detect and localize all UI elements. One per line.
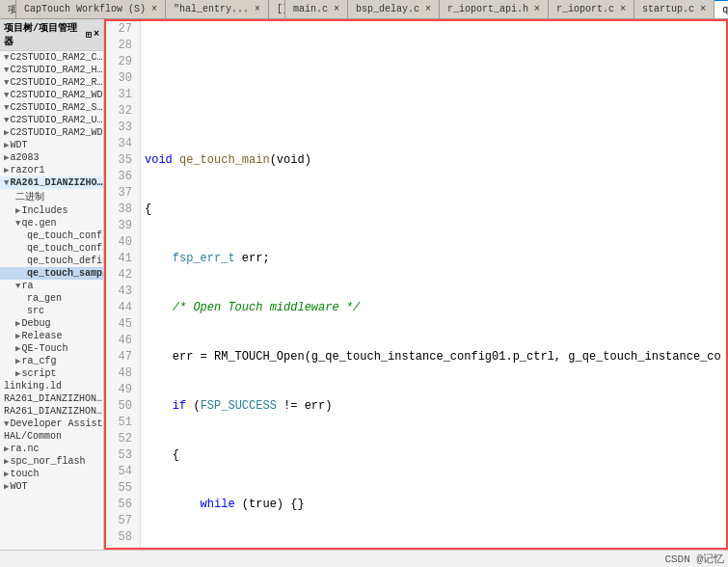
tree-item-qe-config-h[interactable]: qe_touch_config.h	[0, 242, 103, 255]
code-content[interactable]: void qe_touch_main(void) { fsp_err_t err…	[141, 21, 726, 548]
tree-label: qe_touch_define.h	[27, 256, 103, 266]
tree-arrow: ▶	[4, 127, 9, 138]
tab-hal-entry[interactable]: "hal_entry... ×	[166, 0, 269, 18]
tree-label: 二进制	[15, 190, 44, 203]
tab-qe-touch-sample[interactable]: qe_touch_sample.c ×	[715, 0, 728, 18]
tree-item-ra261[interactable]: ▼ RA261_DIANZIZHONG [Debug]	[0, 176, 103, 189]
tree-item-razor1[interactable]: ▶ razor1	[0, 164, 103, 176]
tree-arrow: ▼	[15, 282, 20, 291]
tree-label: RA261_DIANZIZHONG [Debug]	[10, 177, 103, 188]
tree-item-c2studio-rc[interactable]: ▼ C2STUDIO_RAM2_RC_OLED	[0, 76, 103, 89]
main-area: 项目树/项目管理器 ⊞ × ▼ C2STUDIO_RAM2_CapTouch ▼…	[0, 19, 728, 550]
tree-label: Debug	[21, 318, 50, 329]
sidebar: 项目树/项目管理器 ⊞ × ▼ C2STUDIO_RAM2_CapTouch ▼…	[0, 19, 104, 550]
tab-project[interactable]: 项目树/项目管理器	[0, 0, 16, 18]
tree-label: ra.nc	[10, 444, 39, 454]
tree-label: a2083	[10, 152, 39, 163]
tree-item-binary[interactable]: 二进制	[0, 189, 103, 204]
tree-item-hal-common[interactable]: HAL/Common	[0, 430, 103, 443]
collapse-icon[interactable]: ⊞	[86, 29, 92, 40]
tree-item-ra261-debug1[interactable]: RA261_DIANZIZHONG Debug...	[0, 392, 103, 405]
tree-item-touch[interactable]: ▶ touch	[0, 468, 103, 480]
tree-arrow: ▼	[4, 91, 9, 100]
tree-item-spc-nor-flash[interactable]: ▶ spc_nor_flash	[0, 455, 103, 468]
tree-label: qe.gen	[21, 218, 56, 229]
tree-item-developer[interactable]: ▼ Developer Assistance	[0, 418, 103, 430]
tree-label: touch	[10, 469, 39, 479]
tree-item-c2studio-spi[interactable]: ▼ C2STUDIO_RAM2_SPI_NORPLAS	[0, 101, 103, 114]
tree-arrow: ▼	[4, 419, 9, 429]
code-line-28	[145, 103, 722, 120]
tree-arrow: ▶	[15, 368, 20, 379]
tree-item-wot[interactable]: ▶ WOT	[0, 480, 103, 493]
tab-bar: 项目树/项目管理器 CapTouch Workflow (S) × "hal_e…	[0, 0, 728, 19]
tab-startup[interactable]: startup.c ×	[634, 0, 715, 18]
tree-arrow: ▼	[4, 178, 9, 188]
tree-label: linking.ld	[4, 381, 62, 392]
tree-item-src[interactable]: src	[0, 305, 103, 317]
code-container[interactable]: 27 28 29 30 31 32 33 34 35 36 37 38 39 4…	[106, 21, 726, 548]
tree-item-release[interactable]: ▶ Release	[0, 330, 103, 342]
code-line-34: if (FSP_SUCCESS != err)	[145, 398, 722, 415]
tree-label: spc_nor_flash	[10, 456, 85, 467]
tree-item-ra-gen[interactable]: ra_gen	[0, 292, 103, 305]
sidebar-title: 项目树/项目管理器	[4, 21, 81, 48]
tree-item-linking[interactable]: linking.ld	[0, 380, 103, 392]
code-line-33: err = RM_TOUCH_Open(g_qe_touch_instance_…	[145, 349, 722, 365]
tree-item-qe-config-c[interactable]: qe_touch_config.c	[0, 230, 103, 242]
tab-bsp-delay[interactable]: bsp_delay.c ×	[348, 0, 440, 18]
tab-main-c[interactable]: main.c ×	[285, 0, 348, 18]
tree-item-ra-nc[interactable]: ▶ ra.nc	[0, 443, 103, 455]
tree-item-ra-cfg[interactable]: ▶ ra_cfg	[0, 355, 103, 367]
tree-item-a2083[interactable]: ▶ a2083	[0, 151, 103, 164]
tree-item-c2studio-captouch[interactable]: ▼ C2STUDIO_RAM2_CapTouch	[0, 51, 103, 64]
line-numbers: 27 28 29 30 31 32 33 34 35 36 37 38 39 4…	[106, 21, 141, 548]
tree-label: qe_touch_sample.c	[27, 268, 103, 279]
tree-item-script[interactable]: ▶ script	[0, 367, 103, 380]
tree-label: ra_gen	[27, 293, 62, 304]
tree-label: Includes	[21, 205, 67, 216]
tree-label: WOT	[10, 481, 27, 492]
tab-fsp-config[interactable]: [] RA261... FSP Config ×	[269, 0, 285, 18]
code-line-37: }	[145, 546, 722, 548]
tab-ioport-api[interactable]: r_ioport_api.h ×	[440, 0, 549, 18]
tree-arrow: ▶	[4, 152, 9, 163]
close-sidebar-icon[interactable]: ×	[94, 29, 99, 40]
bottom-bar: CSDN @记忆	[0, 550, 728, 567]
tree-item-c2studio-wdt2[interactable]: ▶ C2STUDIO_RAM2_WDT	[0, 126, 103, 139]
tree-item-debug[interactable]: ▶ Debug	[0, 317, 103, 330]
tree-item-qegen[interactable]: ▼ qe.gen	[0, 217, 103, 230]
tree-arrow: ▼	[4, 53, 9, 63]
tree-item-qe-sample-c[interactable]: qe_touch_sample.c	[0, 267, 103, 280]
tree-label: RA261_DIANZIZHONG Debug...	[4, 393, 103, 404]
tree-arrow: ▶	[4, 165, 9, 176]
tab-ioport[interactable]: r_ioport.c ×	[549, 0, 634, 18]
tree-label: C2STUDIO_RAM2_WDT	[10, 90, 103, 100]
tree-arrow: ▶	[4, 444, 9, 454]
tree-item-qe-touch[interactable]: ▶ QE-Touch	[0, 342, 103, 355]
tree-item-c2studio-hc[interactable]: ▼ C2STUDIO_RAM2_HC_HL2935	[0, 64, 103, 76]
tree-label: RA261_DIANZIZHONG Debug...	[4, 406, 103, 417]
tree-item-wdt[interactable]: ▶ WDT	[0, 139, 103, 151]
code-line-36: while (true) {}	[145, 497, 722, 513]
tree-item-ra[interactable]: ▼ ra	[0, 280, 103, 292]
tree-arrow: ▼	[4, 116, 9, 125]
tree-item-qe-define-h[interactable]: qe_touch_define.h	[0, 255, 103, 267]
tree-arrow: ▼	[4, 78, 9, 88]
code-line-32: /* Open Touch middleware */	[145, 300, 722, 316]
tree-item-c2studio-wdt[interactable]: ▼ C2STUDIO_RAM2_WDT	[0, 89, 103, 101]
code-line-29: void qe_touch_main(void)	[145, 152, 722, 169]
tree-label: HAL/Common	[4, 431, 62, 442]
tree-label: ra	[21, 281, 33, 291]
tree-item-includes[interactable]: ▶ Includes	[0, 204, 103, 217]
tab-captouch[interactable]: CapTouch Workflow (S) ×	[16, 0, 166, 18]
tree-label: C2STUDIO_RAM2_RC_OLED	[10, 77, 103, 88]
tree-item-ra261-debug2[interactable]: RA261_DIANZIZHONG Debug...	[0, 405, 103, 418]
tree-arrow: ▼	[4, 66, 9, 75]
tree-arrow: ▶	[15, 205, 20, 216]
tree-arrow: ▶	[4, 456, 9, 467]
tree-item-c2studio-uart[interactable]: ▼ C2STUDIO_RAM2_UART_PRINTF	[0, 114, 103, 126]
tree-arrow: ▶	[15, 343, 20, 354]
sidebar-header: 项目树/项目管理器 ⊞ ×	[0, 19, 103, 51]
code-line-27	[145, 54, 722, 70]
